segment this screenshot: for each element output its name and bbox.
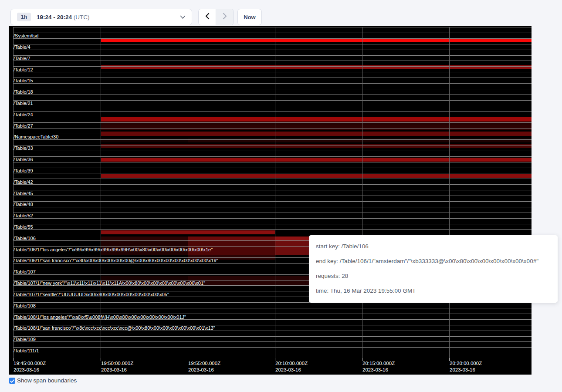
span-boundary-line [13, 151, 532, 151]
show-span-boundaries-checkbox[interactable] [9, 378, 15, 384]
span-boundary-line [13, 229, 532, 230]
heat-band [188, 158, 275, 162]
span-boundary-line [13, 50, 532, 50]
span-boundary-line [13, 44, 532, 44]
heat-band [101, 125, 188, 130]
span-boundary-line [13, 55, 532, 56]
span-boundary-line [13, 128, 532, 128]
span-boundary-line [13, 100, 532, 101]
chevron-right-icon [223, 13, 227, 21]
chevron-left-icon [205, 13, 210, 21]
tooltip-requests: requests: 28 [316, 272, 551, 280]
span-boundary-line [13, 139, 532, 140]
axis-date-label: 2023-03-16 [275, 367, 301, 373]
heat-band [275, 38, 362, 42]
time-nav-group [198, 9, 234, 25]
time-grid-line [449, 27, 450, 358]
span-boundary-line [13, 213, 532, 213]
span-boundary-line [13, 173, 532, 173]
axis-time-label: 19:45:00.000Z [14, 361, 46, 366]
heat-band [362, 117, 449, 122]
axis-date-label: 2023-03-16 [450, 367, 475, 373]
span-label: /Table/42 [14, 179, 33, 185]
axis-date-label: 2023-03-16 [14, 367, 39, 373]
span-label: /Table/21 [14, 101, 33, 106]
axis-time-label: 20:20:00.000Z [450, 361, 482, 366]
heat-band [275, 117, 362, 122]
axis-time-label: 20:10:00.000Z [275, 361, 308, 366]
span-boundary-line [13, 83, 532, 84]
span-label: /Table/55 [14, 224, 33, 230]
span-label: /Table/36 [14, 157, 33, 162]
next-interval-button[interactable] [216, 9, 234, 25]
span-boundary-line [13, 179, 532, 179]
span-boundary-line [13, 112, 532, 112]
heat-band [362, 125, 449, 130]
span-boundary-line [13, 95, 532, 95]
heat-band [449, 38, 532, 42]
span-boundary-line [13, 66, 532, 67]
span-boundary-line [13, 33, 532, 33]
now-button[interactable]: Now [237, 9, 262, 25]
span-boundary-line [13, 78, 532, 78]
span-label: /Table/108 [14, 303, 36, 309]
span-boundary-line [13, 61, 532, 61]
span-boundaries-row: Show span boundaries [9, 377, 77, 384]
span-boundary-line [13, 89, 532, 89]
span-boundary-line [13, 190, 532, 190]
heat-band [101, 174, 188, 178]
span-boundary-line [13, 201, 532, 202]
span-label: /Table/45 [14, 191, 33, 196]
span-tooltip: start key: /Table/106 end key: /Table/10… [309, 235, 558, 303]
time-range-preset-badge: 1h [17, 13, 31, 21]
heat-band [101, 230, 188, 234]
span-boundary-line [13, 207, 532, 207]
tooltip-start-key: start key: /Table/106 [316, 243, 551, 250]
axis-time-label: 20:15:00.000Z [362, 361, 395, 366]
time-range-picker[interactable]: 1h 19:24 - 20:24 (UTC) [10, 9, 192, 25]
span-boundary-line [13, 168, 532, 168]
time-range-text: 19:24 - 20:24 (UTC) [37, 14, 90, 20]
axis-time-label: 19:50:00.000Z [101, 361, 133, 366]
span-label: /Table/4 [14, 44, 30, 50]
span-label: /Table/48 [14, 202, 33, 207]
span-label: /Table/39 [14, 168, 33, 174]
heat-band [449, 158, 532, 162]
span-label: /Table/107/1/"seattle"/"UUUUUUD\x00\x80\… [14, 292, 169, 297]
span-label: /Table/15 [14, 78, 33, 84]
span-label: /Table/24 [14, 112, 33, 118]
span-boundary-line [13, 122, 532, 123]
span-label: /Table/107/1/"new york"/"\x11\x11\x11\x1… [14, 280, 205, 286]
axis-date-label: 2023-03-16 [101, 367, 127, 373]
heat-band [101, 117, 188, 122]
time-range-zone: (UTC) [74, 14, 90, 20]
time-grid-line [362, 27, 362, 358]
span-label: /System/tsd [14, 33, 38, 39]
heat-band [188, 38, 275, 42]
previous-interval-button[interactable] [199, 9, 216, 25]
span-boundary-line [13, 196, 532, 196]
span-boundary-line [13, 38, 532, 39]
heat-band [449, 117, 532, 122]
span-boundary-line [13, 145, 532, 145]
span-boundary-line [13, 224, 532, 224]
span-boundary-line [13, 184, 532, 185]
span-label: /Table/52 [14, 213, 33, 219]
axis-date-label: 2023-03-16 [362, 367, 388, 373]
span-boundary-line [13, 106, 532, 106]
key-visualizer[interactable]: /System/tsd/Table/4/Table/7/Table/12/Tab… [9, 26, 532, 375]
span-label: /Table/12 [14, 67, 33, 73]
heat-band [275, 158, 362, 162]
span-label: /Table/7 [14, 56, 30, 61]
span-boundary-line [13, 336, 532, 337]
heat-band [449, 125, 532, 130]
tooltip-time: time: Thu, 16 Mar 2023 19:55:00 GMT [316, 287, 551, 294]
span-label: /Table/106 [14, 236, 36, 241]
heat-band [188, 174, 275, 178]
span-boundary-line [13, 72, 532, 72]
span-boundary-line [13, 162, 532, 162]
span-label: /Table/33 [14, 145, 33, 151]
heat-band [362, 158, 449, 162]
span-boundary-line [13, 347, 532, 348]
span-boundary-line [13, 134, 532, 134]
